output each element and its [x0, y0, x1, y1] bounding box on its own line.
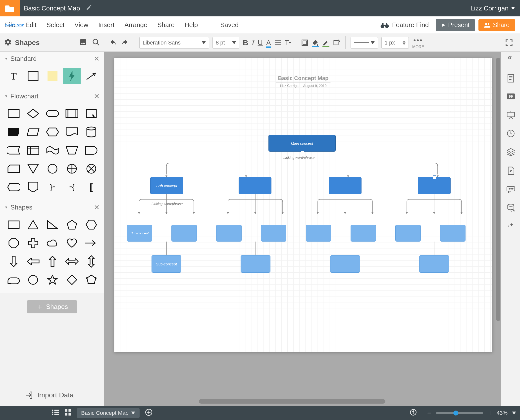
fc-hex[interactable]: [44, 124, 61, 140]
arrow-shape[interactable]: [83, 68, 100, 84]
fc-process[interactable]: [5, 106, 22, 122]
fc-decision[interactable]: [24, 106, 42, 122]
category-flowchart-header[interactable]: ▼Flowchart ✕: [0, 89, 104, 103]
linestyle-selector[interactable]: [351, 37, 378, 49]
add-page-button[interactable]: [145, 409, 153, 418]
fc-bracket[interactable]: [: [83, 179, 100, 195]
sh-arrowud[interactable]: [83, 253, 100, 269]
fc-intstorage[interactable]: [24, 142, 42, 158]
menu-view[interactable]: View: [74, 21, 88, 29]
fc-brace2[interactable]: ≡{: [63, 179, 81, 195]
close-icon[interactable]: ✕: [94, 203, 100, 211]
menu-arrange[interactable]: Arrange: [124, 21, 148, 29]
zoom-slider-knob[interactable]: [453, 411, 458, 416]
fc-terminator[interactable]: [44, 106, 61, 122]
sh-diamond[interactable]: [63, 272, 81, 288]
canvas-area[interactable]: Basic Concept Map Lizz Corrigan | August…: [104, 52, 501, 406]
sh-oct[interactable]: [5, 235, 22, 251]
notes-icon[interactable]: [507, 74, 515, 84]
quote-icon[interactable]: 99: [507, 93, 515, 102]
sh-rtri[interactable]: [44, 217, 61, 233]
sh-arrowl[interactable]: [24, 253, 42, 269]
user-menu[interactable]: Lizz Corrigan: [466, 4, 520, 12]
text-shape[interactable]: T: [5, 68, 22, 84]
fc-brace1[interactable]: }≡: [44, 179, 61, 195]
sh-rect[interactable]: [5, 217, 22, 233]
layers-icon[interactable]: [507, 148, 515, 157]
masterpage-icon[interactable]: [507, 166, 515, 176]
bordercolor-button[interactable]: [322, 39, 329, 46]
import-data-button[interactable]: Import Data: [0, 384, 104, 406]
fc-conn[interactable]: [44, 161, 61, 177]
node-leaf-b3[interactable]: [330, 255, 360, 273]
node-leaf-5[interactable]: [306, 225, 331, 242]
node-leaf-b1[interactable]: Sub-concept: [152, 255, 181, 273]
underline-button[interactable]: U: [258, 39, 263, 47]
category-standard-header[interactable]: ▼Standard ✕: [0, 52, 104, 66]
sh-arrowlr[interactable]: [63, 253, 81, 269]
align-button[interactable]: [274, 40, 281, 46]
sh-cross[interactable]: [24, 235, 42, 251]
fc-merge[interactable]: [24, 161, 42, 177]
font-selector[interactable]: Liberation Sans: [139, 37, 209, 49]
document-title[interactable]: Basic Concept Map: [24, 4, 80, 12]
search-icon[interactable]: [92, 38, 100, 47]
document-page[interactable]: Basic Concept Map Lizz Corrigan | August…: [114, 58, 492, 352]
feature-find[interactable]: Feature Find: [380, 21, 429, 29]
node-leaf-4[interactable]: [261, 225, 286, 242]
menu-whatsnew[interactable]: What's New: [5, 23, 23, 27]
actual-size-icon[interactable]: [410, 409, 417, 417]
bolt-shape[interactable]: [63, 68, 81, 84]
node-main-concept[interactable]: Main concept: [268, 135, 336, 152]
close-icon[interactable]: ✕: [94, 55, 100, 63]
resize-handle[interactable]: [433, 175, 436, 179]
diagram-subtitle[interactable]: Lizz Corrigan | August 9, 2019: [276, 83, 330, 89]
comments-icon[interactable]: [507, 186, 515, 194]
sh-arrowu[interactable]: [44, 253, 61, 269]
add-shapes-button[interactable]: ＋ Shapes: [27, 300, 77, 313]
sh-arrowd[interactable]: [5, 253, 22, 269]
menu-share[interactable]: Share: [157, 21, 174, 29]
node-sub-1[interactable]: Sub-concept: [150, 177, 183, 194]
fill-button[interactable]: [301, 39, 309, 46]
menu-edit[interactable]: Edit: [25, 21, 37, 29]
sh-tri[interactable]: [24, 217, 42, 233]
fc-card[interactable]: [5, 161, 22, 177]
fc-display[interactable]: [5, 179, 22, 195]
undo-button[interactable]: [109, 39, 117, 46]
node-leaf-3[interactable]: [216, 225, 242, 242]
history-icon[interactable]: [507, 129, 515, 138]
vertical-scrollbar[interactable]: [496, 58, 500, 321]
category-shapes-header[interactable]: ▼Shapes ✕: [0, 200, 104, 214]
note-shape[interactable]: [44, 68, 61, 84]
fc-db[interactable]: [83, 124, 100, 140]
fc-delay[interactable]: [83, 142, 100, 158]
gear-icon[interactable]: [4, 38, 12, 47]
fc-or[interactable]: [83, 161, 100, 177]
linewidth-selector[interactable]: 1 px: [381, 37, 409, 49]
fc-sum[interactable]: [63, 161, 81, 177]
menu-insert[interactable]: Insert: [98, 21, 114, 29]
textcolor-button[interactable]: A: [266, 39, 271, 47]
fc-offpage[interactable]: [24, 179, 42, 195]
text-button[interactable]: T▾: [285, 39, 291, 47]
zoom-value[interactable]: 43%: [497, 410, 508, 416]
node-leaf-b2[interactable]: [241, 255, 270, 273]
sh-heart[interactable]: [63, 235, 81, 251]
more-button[interactable]: ••• MORE: [412, 36, 424, 49]
node-leaf-7[interactable]: [395, 225, 421, 242]
page-tab[interactable]: Basic Concept Map: [77, 408, 140, 418]
horizontal-scrollbar[interactable]: [199, 399, 385, 404]
image-icon[interactable]: [79, 38, 87, 47]
node-leaf-1[interactable]: Sub-concept: [127, 225, 152, 242]
sh-cloud[interactable]: [44, 235, 61, 251]
share-button[interactable]: Share: [478, 19, 515, 31]
fc-manop[interactable]: [63, 142, 81, 158]
zoom-out-button[interactable]: −: [427, 409, 432, 417]
sh-polygon[interactable]: [83, 272, 100, 288]
redo-button[interactable]: [121, 39, 129, 46]
folder-icon[interactable]: [0, 0, 20, 16]
sh-callout[interactable]: [5, 272, 22, 288]
zoom-slider[interactable]: [436, 412, 483, 414]
link-label-1[interactable]: Linking word/phrase: [283, 156, 314, 160]
